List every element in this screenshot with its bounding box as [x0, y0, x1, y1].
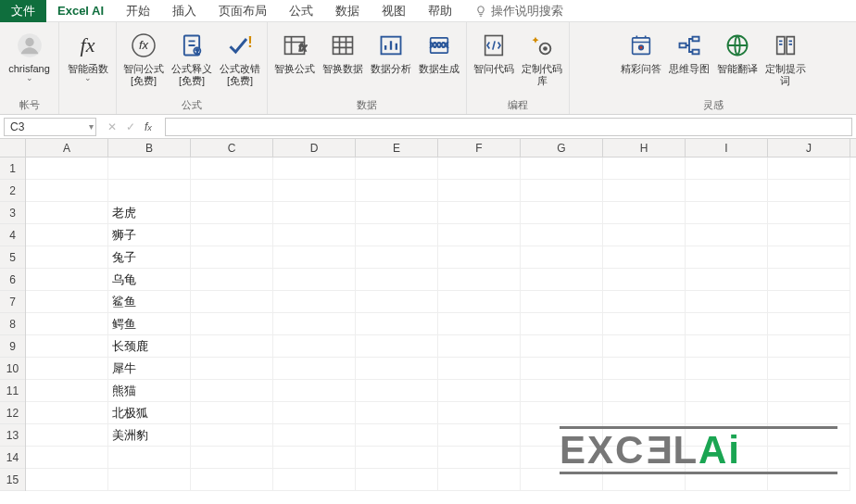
cell[interactable]: [438, 335, 521, 358]
cell[interactable]: [191, 380, 273, 402]
cell[interactable]: [273, 380, 356, 402]
cell[interactable]: [26, 246, 108, 269]
cell[interactable]: [108, 447, 191, 469]
cell[interactable]: [273, 269, 356, 291]
row-header[interactable]: 12: [0, 402, 25, 424]
cell[interactable]: [686, 246, 768, 269]
column-header[interactable]: H: [603, 139, 686, 157]
row-header[interactable]: 6: [0, 269, 25, 291]
cell[interactable]: [521, 202, 603, 224]
cell[interactable]: [438, 246, 521, 269]
cell[interactable]: [521, 291, 603, 313]
cell[interactable]: [273, 335, 356, 358]
column-header[interactable]: I: [686, 139, 768, 157]
column-header[interactable]: F: [438, 139, 521, 157]
cell[interactable]: [686, 380, 768, 402]
cell[interactable]: [191, 424, 273, 447]
cell[interactable]: 鲨鱼: [108, 291, 191, 313]
cell[interactable]: 狮子: [108, 224, 191, 246]
column-header[interactable]: C: [191, 139, 273, 157]
column-header[interactable]: J: [768, 139, 850, 157]
cell[interactable]: [26, 402, 108, 424]
cell[interactable]: [603, 358, 686, 380]
cell[interactable]: [356, 447, 438, 469]
cell[interactable]: [356, 335, 438, 358]
cell[interactable]: [521, 180, 603, 202]
row-header[interactable]: 14: [0, 447, 25, 469]
tab-home[interactable]: 开始: [115, 0, 161, 22]
cell[interactable]: [686, 202, 768, 224]
cell[interactable]: 鳄鱼: [108, 313, 191, 335]
cell[interactable]: [273, 469, 356, 491]
row-header[interactable]: 4: [0, 224, 25, 246]
ask-formula-button[interactable]: fx 智问公式 [免费]: [120, 28, 167, 89]
tab-formula[interactable]: 公式: [278, 0, 324, 22]
cell[interactable]: [686, 291, 768, 313]
cell[interactable]: 乌龟: [108, 269, 191, 291]
column-header[interactable]: G: [521, 139, 603, 157]
cell[interactable]: [686, 447, 768, 469]
tab-page-layout[interactable]: 页面布局: [208, 0, 278, 22]
cell[interactable]: [273, 158, 356, 180]
cell[interactable]: [438, 447, 521, 469]
cell[interactable]: [521, 335, 603, 358]
cell[interactable]: [521, 447, 603, 469]
row-header[interactable]: 13: [0, 424, 25, 447]
cancel-icon[interactable]: ✕: [107, 120, 117, 133]
cell[interactable]: [273, 402, 356, 424]
cell[interactable]: 老虎: [108, 202, 191, 224]
custom-prompt-button[interactable]: 定制提示词: [762, 28, 809, 89]
formula-input[interactable]: [170, 120, 848, 133]
tab-insert[interactable]: 插入: [161, 0, 208, 22]
cell[interactable]: [521, 158, 603, 180]
cell[interactable]: [686, 313, 768, 335]
cell[interactable]: [438, 402, 521, 424]
cell[interactable]: [603, 180, 686, 202]
cell[interactable]: [768, 224, 850, 246]
column-header[interactable]: D: [273, 139, 356, 157]
cell[interactable]: [768, 424, 850, 447]
cell[interactable]: [26, 447, 108, 469]
cell[interactable]: [356, 402, 438, 424]
cell[interactable]: [26, 335, 108, 358]
row-header[interactable]: 10: [0, 358, 25, 380]
cell[interactable]: 北极狐: [108, 402, 191, 424]
cell[interactable]: [521, 224, 603, 246]
cell[interactable]: [603, 291, 686, 313]
cell[interactable]: [26, 269, 108, 291]
cell[interactable]: [356, 269, 438, 291]
cell[interactable]: 熊猫: [108, 380, 191, 402]
cell[interactable]: [603, 402, 686, 424]
row-header[interactable]: 1: [0, 158, 25, 180]
cell[interactable]: [768, 313, 850, 335]
swap-formula-button[interactable]: fx 智换公式: [271, 28, 318, 77]
cell[interactable]: [356, 202, 438, 224]
cell[interactable]: [191, 269, 273, 291]
cell[interactable]: [191, 447, 273, 469]
cell[interactable]: [686, 224, 768, 246]
cell[interactable]: [438, 269, 521, 291]
cell[interactable]: [521, 269, 603, 291]
cell[interactable]: [26, 180, 108, 202]
cell[interactable]: [273, 447, 356, 469]
cell[interactable]: [438, 469, 521, 491]
cell[interactable]: [768, 358, 850, 380]
cell[interactable]: [26, 424, 108, 447]
cell[interactable]: [191, 358, 273, 380]
cell[interactable]: [191, 402, 273, 424]
cell[interactable]: [26, 291, 108, 313]
cell[interactable]: [356, 313, 438, 335]
fx-icon[interactable]: fx: [145, 120, 152, 133]
cell[interactable]: [26, 202, 108, 224]
cell[interactable]: [768, 402, 850, 424]
qa-button[interactable]: 精彩问答: [618, 28, 664, 77]
cell[interactable]: [191, 158, 273, 180]
cell[interactable]: [26, 313, 108, 335]
cell[interactable]: [273, 313, 356, 335]
cell[interactable]: [521, 313, 603, 335]
cell[interactable]: 美洲豹: [108, 424, 191, 447]
account-button[interactable]: chrisfang ⌄: [6, 28, 53, 85]
cell[interactable]: [768, 246, 850, 269]
cell[interactable]: [191, 246, 273, 269]
cell[interactable]: [521, 424, 603, 447]
